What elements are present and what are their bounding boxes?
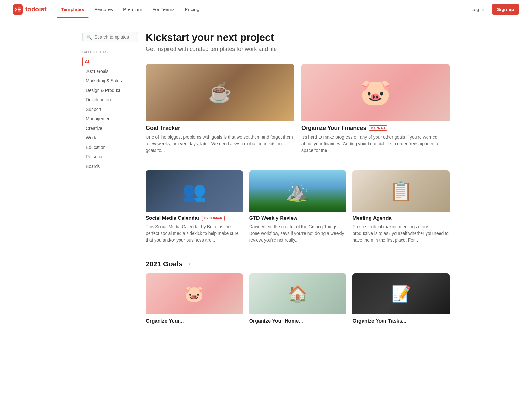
featured-grid: Goal Tracker One of the biggest problems… <box>146 64 450 158</box>
signup-link[interactable]: Sign up <box>492 4 519 15</box>
section-2021-header: 2021 Goals → <box>146 260 450 268</box>
main-nav: todoist Templates Features Premium For T… <box>0 0 532 19</box>
card-body-org-tasks: Organize Your Tasks... <box>352 314 450 328</box>
hero-subtitle: Get inspired with curated templates for … <box>146 46 450 53</box>
sidebar-item-2021goals[interactable]: 2021 Goals <box>82 66 138 76</box>
sidebar-item-creative[interactable]: Creative <box>82 124 138 133</box>
sidebar-item-boards[interactable]: Boards <box>82 162 138 171</box>
section-2021-title: 2021 Goals <box>146 260 182 268</box>
card-body-goal-tracker: Goal Tracker One of the biggest problems… <box>146 121 294 158</box>
card-image-home <box>249 273 346 314</box>
sidebar-item-support[interactable]: Support <box>82 104 138 114</box>
template-card-social[interactable]: Social Media Calendar BY BUFFER This Soc… <box>146 170 243 247</box>
nav-link-templates[interactable]: Templates <box>57 4 89 15</box>
card-body-gtd: GTD Weekly Review David Allen, the creat… <box>249 212 346 247</box>
template-card-gtd[interactable]: GTD Weekly Review David Allen, the creat… <box>249 170 346 247</box>
sidebar-item-marketing[interactable]: Marketing & Sales <box>82 76 138 86</box>
card-badge-buffer: BY BUFFER <box>202 216 225 221</box>
sidebar-item-work[interactable]: Work <box>82 133 138 142</box>
card-title-social: Social Media Calendar <box>146 215 200 221</box>
template-card-goal-tracker[interactable]: Goal Tracker One of the biggest problems… <box>146 64 294 158</box>
card-body-social: Social Media Calendar BY BUFFER This Soc… <box>146 212 243 247</box>
template-card-meeting[interactable]: Meeting Agenda The first rule of making … <box>352 170 450 247</box>
search-icon: 🔍 <box>86 35 92 40</box>
card-body-org-finances-2: Organize Your... <box>146 314 243 328</box>
nav-link-features[interactable]: Features <box>90 4 117 15</box>
todoist-logo-icon <box>13 4 23 15</box>
card-title-2: Organize Your Finances <box>301 125 366 131</box>
sidebar-item-all[interactable]: All <box>82 57 138 66</box>
card-desc-2: It's hard to make progress on any of you… <box>301 134 450 154</box>
card-image-meeting <box>352 170 450 212</box>
main-content: Kickstart your next project Get inspired… <box>146 32 450 340</box>
card-badge-ynab: BY YNAB <box>369 125 387 131</box>
template-card-org-finances-2[interactable]: Organize Your... <box>146 273 243 328</box>
section-2021-arrow[interactable]: → <box>186 261 191 268</box>
card-image-social <box>146 170 243 212</box>
sidebar: 🔍 CATEGORIES All 2021 Goals Marketing & … <box>82 32 146 340</box>
secondary-grid: Social Media Calendar BY BUFFER This Soc… <box>146 170 450 247</box>
card-title-row-gtd: GTD Weekly Review <box>249 215 346 221</box>
card-image-piggy <box>301 64 450 121</box>
nav-links: Templates Features Premium For Teams Pri… <box>57 4 467 15</box>
page-layout: 🔍 CATEGORIES All 2021 Goals Marketing & … <box>76 19 456 353</box>
sidebar-item-management[interactable]: Management <box>82 114 138 124</box>
sidebar-item-design[interactable]: Design & Product <box>82 86 138 95</box>
card-title-gtd: GTD Weekly Review <box>249 215 298 221</box>
card-title-org-tasks: Organize Your Tasks... <box>352 318 406 324</box>
card-title-row-meeting: Meeting Agenda <box>352 215 450 221</box>
card-body-org-home: Organize Your Home... <box>249 314 346 328</box>
card-title-org-fin: Organize Your... <box>146 318 184 324</box>
nav-link-premium[interactable]: Premium <box>119 4 147 15</box>
card-desc-meeting: The first rule of making meetings more p… <box>352 224 450 244</box>
sidebar-item-development[interactable]: Development <box>82 95 138 104</box>
sidebar-item-education[interactable]: Education <box>82 142 138 152</box>
logo-text: todoist <box>25 6 47 13</box>
sidebar-items: All 2021 Goals Marketing & Sales Design … <box>82 57 138 171</box>
card-image-tasks <box>352 273 450 314</box>
search-input[interactable] <box>94 35 134 40</box>
nav-auth: Log in Sign up <box>467 4 519 15</box>
card-body-finances: Organize Your Finances BY YNAB It's hard… <box>301 121 450 158</box>
card-image-piggy-sm <box>146 273 243 314</box>
card-title-row: Goal Tracker <box>146 125 294 131</box>
card-desc: One of the biggest problems with goals i… <box>146 134 294 154</box>
logo-link[interactable]: todoist <box>13 4 47 15</box>
card-image-mountain <box>249 170 346 212</box>
login-link[interactable]: Log in <box>467 5 488 14</box>
template-card-org-tasks[interactable]: Organize Your Tasks... <box>352 273 450 328</box>
card-desc-social: This Social Media Calendar by Buffer is … <box>146 224 243 244</box>
goals-2021-grid: Organize Your... Organize Your Home... O… <box>146 273 450 328</box>
template-card-org-home[interactable]: Organize Your Home... <box>249 273 346 328</box>
card-image-coffee <box>146 64 294 121</box>
card-title-row-social: Social Media Calendar BY BUFFER <box>146 215 243 221</box>
nav-link-for-teams[interactable]: For Teams <box>148 4 179 15</box>
template-card-finances[interactable]: Organize Your Finances BY YNAB It's hard… <box>301 64 450 158</box>
card-title: Goal Tracker <box>146 125 180 131</box>
card-body-meeting: Meeting Agenda The first rule of making … <box>352 212 450 247</box>
categories-label: CATEGORIES <box>82 50 138 54</box>
card-title-row-2: Organize Your Finances BY YNAB <box>301 125 450 131</box>
sidebar-item-personal[interactable]: Personal <box>82 152 138 162</box>
card-desc-gtd: David Allen, the creator of the Getting … <box>249 224 346 244</box>
nav-link-pricing[interactable]: Pricing <box>180 4 204 15</box>
search-box[interactable]: 🔍 <box>82 32 138 42</box>
card-title-org-home: Organize Your Home... <box>249 318 303 324</box>
hero-title: Kickstart your next project <box>146 32 450 43</box>
card-title-meeting: Meeting Agenda <box>352 215 391 221</box>
